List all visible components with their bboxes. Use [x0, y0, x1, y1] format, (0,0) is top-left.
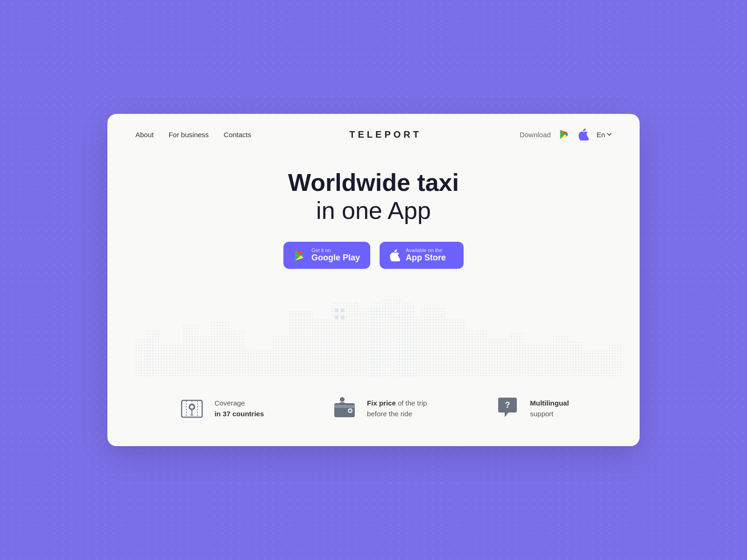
svg-rect-10	[289, 311, 313, 376]
google-play-header-icon[interactable]	[557, 128, 571, 141]
svg-rect-7	[231, 329, 245, 376]
svg-rect-26	[607, 343, 623, 376]
svg-rect-23	[551, 334, 570, 376]
svg-rect-24	[570, 341, 584, 376]
svg-rect-11	[313, 318, 331, 376]
nav-contacts[interactable]: Contacts	[224, 131, 251, 139]
svg-rect-20	[488, 339, 509, 376]
svg-rect-6	[210, 320, 231, 376]
features-section: Coverage in 37 countries Fix price of th…	[107, 376, 640, 446]
nav: About For business Contacts	[135, 131, 251, 139]
nav-about[interactable]: About	[135, 131, 154, 139]
svg-rect-17	[420, 306, 446, 376]
feature-coverage: Coverage in 37 countries	[178, 395, 264, 423]
main-card: About For business Contacts TELEPORT Dow…	[107, 114, 640, 446]
svg-rect-9	[271, 334, 289, 376]
svg-rect-28	[341, 308, 345, 312]
svg-rect-2	[145, 329, 159, 376]
svg-point-33	[190, 405, 194, 408]
apple-header-icon[interactable]	[577, 128, 590, 141]
svg-rect-4	[182, 325, 198, 376]
language-selector[interactable]: En	[597, 131, 612, 139]
svg-rect-3	[159, 343, 182, 376]
fix-price-icon	[331, 395, 359, 423]
svg-text:?: ?	[505, 400, 510, 410]
svg-rect-21	[509, 332, 525, 376]
svg-point-38	[349, 409, 352, 412]
svg-rect-25	[584, 350, 607, 376]
svg-rect-30	[341, 315, 345, 319]
app-store-button[interactable]: Available on the App Store	[380, 242, 464, 269]
svg-point-39	[340, 397, 345, 402]
svg-point-34	[190, 414, 194, 416]
header-right: Download En	[520, 128, 612, 141]
svg-rect-19	[465, 329, 488, 376]
svg-rect-29	[335, 315, 338, 319]
nav-for-business[interactable]: For business	[169, 131, 209, 139]
logo: TELEPORT	[349, 129, 422, 140]
apple-button-icon	[390, 249, 400, 261]
google-play-button[interactable]: Get it on Google Play	[283, 242, 370, 269]
hero-headline: Worldwide taxi in one App	[135, 169, 612, 225]
svg-rect-5	[198, 336, 210, 376]
svg-rect-8	[245, 348, 271, 376]
feature-multilingual: ? Multilingual support	[493, 395, 569, 423]
multilingual-icon: ?	[493, 395, 521, 423]
hero-section: Worldwide taxi in one App Get it on Goog…	[107, 155, 640, 268]
chevron-down-icon	[607, 133, 612, 136]
svg-rect-27	[335, 308, 338, 312]
svg-rect-16	[397, 315, 420, 376]
download-label: Download	[520, 131, 551, 139]
skyline-svg	[107, 283, 640, 376]
svg-rect-22	[525, 343, 551, 376]
skyline	[107, 283, 640, 376]
coverage-icon	[178, 395, 206, 423]
svg-rect-18	[446, 318, 465, 376]
google-play-button-icon	[294, 249, 306, 261]
svg-rect-12	[331, 301, 359, 376]
feature-fix-price: Fix price of the trip before the ride	[331, 395, 427, 423]
svg-rect-36	[334, 405, 355, 408]
cta-buttons: Get it on Google Play Available on the A…	[135, 242, 612, 269]
header: About For business Contacts TELEPORT Dow…	[107, 114, 640, 155]
